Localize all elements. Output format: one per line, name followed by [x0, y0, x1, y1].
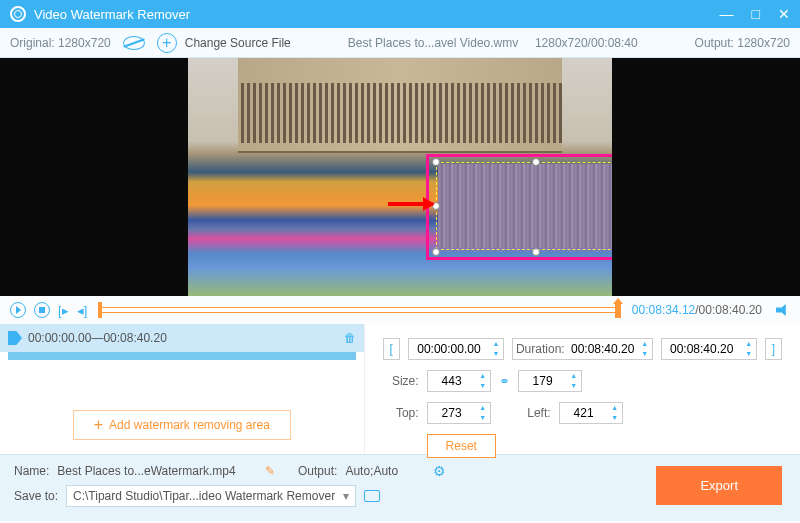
duration-input[interactable]: Duration:▲▼: [512, 338, 653, 360]
delete-region-icon[interactable]: 🗑: [344, 331, 356, 345]
timeline-start-handle[interactable]: [98, 302, 102, 318]
output-format-label: Output:: [298, 464, 337, 478]
left-label: Left:: [521, 406, 551, 420]
size-label: Size:: [383, 374, 419, 388]
output-resolution: Output: 1280x720: [695, 36, 790, 50]
reset-button[interactable]: Reset: [427, 434, 496, 458]
volume-icon[interactable]: [776, 304, 790, 316]
playback-time: 00:08:34.12/00:08:40.20: [632, 303, 762, 317]
titlebar: Video Watermark Remover — □ ✕: [0, 0, 800, 28]
close-button[interactable]: ✕: [778, 6, 790, 22]
video-preview[interactable]: [0, 58, 800, 296]
export-button[interactable]: Export: [656, 466, 782, 505]
stop-button[interactable]: [34, 302, 50, 318]
preview-toggle-icon[interactable]: [123, 36, 145, 50]
mark-out-button[interactable]: ◂]: [77, 303, 88, 318]
output-name-field[interactable]: [57, 464, 257, 478]
region-end: 00:08:40.20: [103, 331, 166, 345]
resize-handle[interactable]: [532, 248, 540, 256]
region-item[interactable]: 00:00:00.00 — 00:08:40.20 🗑: [0, 324, 364, 352]
width-input[interactable]: ▲▼: [427, 370, 491, 392]
output-format-field[interactable]: [345, 464, 425, 478]
region-start: 00:00:00.00: [28, 331, 91, 345]
link-aspect-icon[interactable]: ⚭: [499, 374, 510, 389]
name-label: Name:: [14, 464, 49, 478]
end-time-input[interactable]: ▲▼: [661, 338, 757, 360]
bracket-start-icon[interactable]: [: [383, 338, 400, 360]
selection-inner[interactable]: [436, 162, 612, 250]
plus-icon: +: [94, 416, 103, 434]
timeline-track[interactable]: [99, 307, 620, 313]
add-source-icon[interactable]: +: [157, 33, 177, 53]
start-time-input[interactable]: ▲▼: [408, 338, 504, 360]
region-duration-bar[interactable]: [8, 352, 356, 360]
output-settings-icon[interactable]: ⚙: [433, 463, 446, 479]
change-source-button[interactable]: Change Source File: [185, 36, 291, 50]
maximize-button[interactable]: □: [752, 6, 760, 22]
app-icon: [10, 6, 26, 22]
app-title: Video Watermark Remover: [34, 7, 720, 22]
region-tag-icon: [8, 331, 22, 345]
timeline-playhead[interactable]: [615, 302, 621, 318]
resize-handle[interactable]: [532, 158, 540, 166]
regions-panel: 00:00:00.00 — 00:08:40.20 🗑 + Add waterm…: [0, 324, 365, 454]
original-resolution: Original: 1280x720: [10, 36, 111, 50]
source-filename: Best Places to...avel Video.wmv: [348, 36, 519, 50]
save-to-label: Save to:: [14, 489, 58, 503]
bracket-end-icon[interactable]: ]: [765, 338, 782, 360]
path-dropdown-icon[interactable]: ▾: [343, 489, 349, 503]
height-input[interactable]: ▲▼: [518, 370, 582, 392]
info-bar: Original: 1280x720 + Change Source File …: [0, 28, 800, 58]
properties-panel: [ ▲▼ Duration:▲▼ ▲▼ ] Size: ▲▼ ⚭ ▲▼ Top:…: [365, 324, 800, 454]
save-path-field[interactable]: ▾: [66, 485, 356, 507]
playback-bar: [▸ ◂] 00:08:34.12/00:08:40.20: [0, 296, 800, 324]
minimize-button[interactable]: —: [720, 6, 734, 22]
play-button[interactable]: [10, 302, 26, 318]
edit-name-icon[interactable]: ✎: [265, 464, 275, 478]
source-fileinfo: 1280x720/00:08:40: [535, 36, 638, 50]
top-input[interactable]: ▲▼: [427, 402, 491, 424]
annotation-arrow: [388, 202, 433, 206]
resize-handle[interactable]: [432, 158, 440, 166]
add-watermark-area-button[interactable]: + Add watermark removing area: [73, 410, 291, 440]
left-input[interactable]: ▲▼: [559, 402, 623, 424]
top-label: Top:: [383, 406, 419, 420]
browse-folder-icon[interactable]: [364, 490, 380, 502]
mark-in-button[interactable]: [▸: [58, 303, 69, 318]
resize-handle[interactable]: [432, 248, 440, 256]
